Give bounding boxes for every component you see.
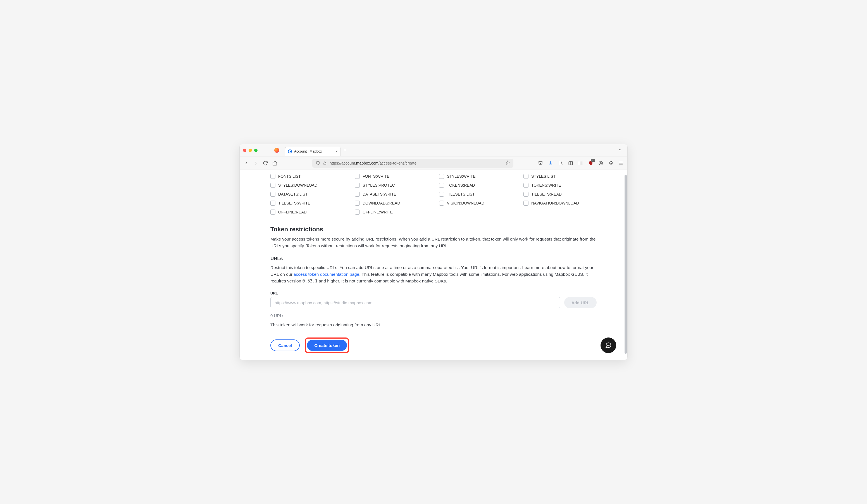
reload-button[interactable]	[263, 160, 268, 166]
scope-checkbox[interactable]: STYLES:PROTECT	[355, 183, 428, 188]
toolbar-right: 10	[538, 161, 623, 166]
scrollbar-thumb[interactable]	[624, 175, 627, 354]
traffic-lights	[243, 149, 258, 152]
window-maximize-button[interactable]	[254, 149, 258, 152]
scope-checkbox-input[interactable]	[270, 210, 275, 215]
scope-label: OFFLINE:WRITE	[363, 210, 393, 214]
scope-checkbox[interactable]: DOWNLOADS:READ	[355, 201, 428, 206]
scope-checkbox[interactable]: NAVIGATION:DOWNLOAD	[523, 201, 597, 206]
svg-point-17	[608, 345, 609, 345]
scope-checkbox-input[interactable]	[270, 201, 275, 206]
scope-label: NAVIGATION:DOWNLOAD	[531, 201, 579, 205]
create-token-button[interactable]: Create token	[307, 340, 347, 351]
grid-icon[interactable]	[578, 161, 583, 166]
scope-checkbox-input[interactable]	[270, 183, 275, 188]
firefox-icon	[274, 148, 279, 153]
scope-checkbox-input[interactable]	[439, 192, 444, 197]
scope-checkbox[interactable]: DATASETS:WRITE	[355, 192, 428, 197]
sidebar-icon[interactable]	[568, 161, 573, 166]
scope-checkbox[interactable]: TOKENS:WRITE	[523, 183, 597, 188]
url-text: https://account.mapbox.com/access-tokens…	[330, 161, 416, 165]
svg-line-4	[561, 161, 563, 165]
scope-checkbox[interactable]: STYLES:LIST	[523, 174, 597, 179]
scope-label: FONTS:LIST	[278, 174, 301, 179]
scope-checkbox[interactable]: FONTS:WRITE	[355, 174, 428, 179]
forward-button[interactable]	[253, 160, 259, 166]
scope-checkbox[interactable]: DATASETS:LIST	[270, 192, 344, 197]
scope-label: TOKENS:READ	[447, 183, 475, 187]
scope-checkbox[interactable]: STYLES:WRITE	[439, 174, 512, 179]
create-button-highlight: Create token	[305, 337, 349, 353]
tabs-dropdown-icon[interactable]	[618, 148, 622, 153]
scope-label: OFFLINE:READ	[278, 210, 307, 214]
scope-checkbox-input[interactable]	[439, 174, 444, 179]
docs-link[interactable]: access token documentation page	[293, 272, 359, 277]
add-url-button[interactable]: Add URL	[564, 297, 597, 308]
scope-label: TILESETS:READ	[531, 192, 562, 196]
window-minimize-button[interactable]	[249, 149, 252, 152]
scope-checkbox-input[interactable]	[439, 201, 444, 206]
library-icon[interactable]	[558, 161, 563, 166]
cancel-button[interactable]: Cancel	[270, 340, 300, 351]
lock-icon	[323, 161, 327, 165]
scope-label: STYLES:LIST	[531, 174, 556, 179]
browser-window: Account | Mapbox × + https://account.map…	[239, 144, 628, 360]
url-input[interactable]	[270, 297, 560, 308]
back-button[interactable]	[244, 160, 249, 166]
browser-tab[interactable]: Account | Mapbox ×	[285, 147, 341, 156]
address-bar[interactable]: https://account.mapbox.com/access-tokens…	[312, 159, 513, 168]
pocket-icon[interactable]	[538, 161, 543, 166]
version-code: 0.53.1	[302, 279, 318, 283]
scope-checkbox-input[interactable]	[523, 183, 528, 188]
scope-checkbox[interactable]: TILESETS:LIST	[439, 192, 512, 197]
scope-checkbox[interactable]: TOKENS:READ	[439, 183, 512, 188]
downloads-icon[interactable]	[548, 161, 553, 166]
svg-point-11	[599, 161, 603, 165]
home-button[interactable]	[272, 160, 278, 166]
scope-checkbox[interactable]: TILESETS:WRITE	[270, 201, 344, 206]
token-restrictions-heading: Token restrictions	[270, 226, 597, 233]
chat-fab[interactable]	[600, 337, 616, 353]
scrollbar-track	[624, 170, 627, 360]
scope-checkbox[interactable]: FONTS:LIST	[270, 174, 344, 179]
browser-toolbar: https://account.mapbox.com/access-tokens…	[240, 157, 627, 170]
svg-rect-0	[324, 163, 326, 164]
scope-checkbox-input[interactable]	[523, 201, 528, 206]
scope-checkbox[interactable]: OFFLINE:READ	[270, 210, 344, 215]
url-note: This token will work for requests origin…	[270, 322, 597, 328]
scope-checkbox[interactable]: OFFLINE:WRITE	[355, 210, 428, 215]
scope-label: STYLES:DOWNLOAD	[278, 183, 317, 187]
scope-checkbox-input[interactable]	[270, 174, 275, 179]
scope-label: FONTS:WRITE	[363, 174, 389, 179]
extensions-icon[interactable]	[608, 161, 613, 166]
permissions-icon[interactable]	[598, 161, 603, 166]
scope-checkbox-input[interactable]	[355, 183, 360, 188]
scope-checkbox[interactable]: TILESETS:READ	[523, 192, 597, 197]
scope-label: DOWNLOADS:READ	[363, 201, 400, 205]
token-restrictions-desc: Make your access tokens more secure by a…	[270, 236, 597, 249]
scope-checkbox[interactable]: VISION:DOWNLOAD	[439, 201, 512, 206]
page-content: FONTS:LISTFONTS:WRITESTYLES:WRITESTYLES:…	[240, 170, 627, 360]
svg-marker-1	[506, 161, 510, 164]
bookmark-star-icon[interactable]	[505, 160, 510, 166]
scope-label: STYLES:WRITE	[447, 174, 476, 179]
scope-checkbox-input[interactable]	[523, 192, 528, 197]
scope-checkbox-input[interactable]	[355, 201, 360, 206]
scope-checkbox-input[interactable]	[439, 183, 444, 188]
scope-label: VISION:DOWNLOAD	[447, 201, 484, 205]
scope-checkbox-input[interactable]	[523, 174, 528, 179]
scope-checkbox[interactable]: STYLES:DOWNLOAD	[270, 183, 344, 188]
scope-checkbox-input[interactable]	[355, 210, 360, 215]
menu-icon[interactable]	[618, 161, 623, 166]
tab-close-icon[interactable]: ×	[335, 149, 338, 154]
scope-label: TOKENS:WRITE	[531, 183, 561, 187]
scope-checkbox-input[interactable]	[355, 192, 360, 197]
urls-desc: Restrict this token to specific URLs. Yo…	[270, 264, 597, 285]
scope-checkbox-input[interactable]	[355, 174, 360, 179]
new-tab-button[interactable]: +	[344, 147, 347, 153]
ublock-icon[interactable]: 10	[588, 161, 593, 166]
url-row: Add URL	[270, 297, 597, 308]
tab-title: Account | Mapbox	[294, 149, 322, 153]
window-close-button[interactable]	[243, 149, 246, 152]
scope-checkbox-input[interactable]	[270, 192, 275, 197]
